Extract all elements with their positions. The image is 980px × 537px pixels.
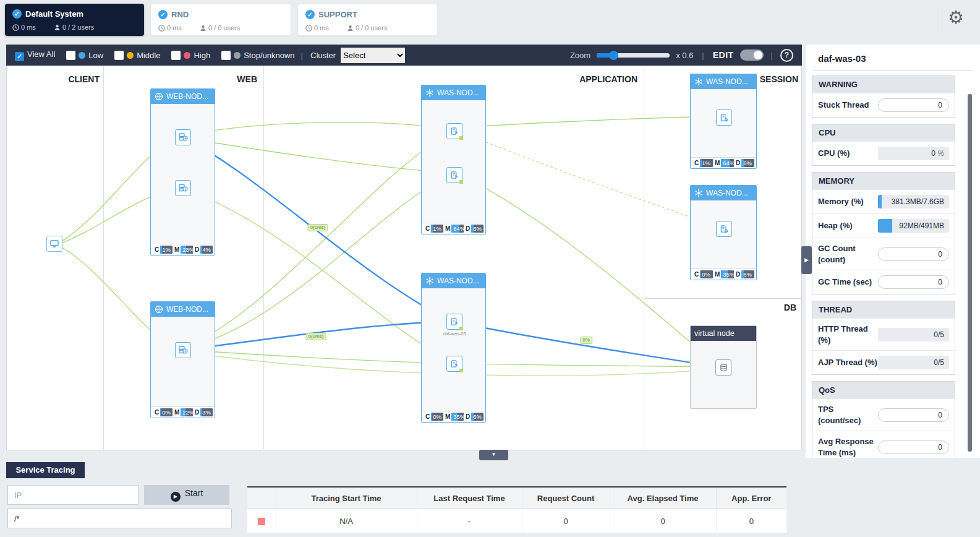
memory-stat-label: M: [174, 409, 179, 416]
view-all-checkbox[interactable]: ✓: [15, 52, 24, 61]
web-server-icon[interactable]: [175, 129, 191, 145]
help-icon[interactable]: ?: [780, 49, 793, 62]
zoom-slider-thumb[interactable]: [609, 51, 618, 60]
col-request-count: Request Count: [522, 487, 610, 509]
disk-stat-label: D: [736, 271, 740, 278]
panel-scrollbar[interactable]: [968, 94, 972, 452]
node-title: WAS-NOD...: [437, 88, 479, 97]
cell-start-time: N/A: [276, 509, 417, 533]
system-name: SUPPORT: [318, 10, 357, 19]
ip-input[interactable]: [7, 485, 138, 505]
stuck-thread-value: 0: [878, 98, 949, 112]
avg-response-label: Avg Response Time (ms): [818, 436, 878, 458]
was-instance-icon[interactable]: [446, 167, 462, 183]
system-card-default[interactable]: ✓Default System 0 ms 0 / 2 users: [5, 4, 144, 36]
start-button[interactable]: ▶Start: [144, 485, 229, 505]
middle-checkbox[interactable]: [114, 51, 124, 60]
edit-toggle[interactable]: [740, 49, 764, 61]
node-session-2[interactable]: WAS-NOD... C0% M35% D6%: [690, 185, 757, 280]
low-label: Low: [88, 51, 103, 60]
tps-label: TPS (count/sec): [818, 404, 878, 426]
disk-stat-label: D: [195, 409, 199, 416]
node-virtual-db[interactable]: virtual node: [690, 325, 757, 409]
disk-stat-label: D: [195, 246, 199, 253]
cpu-stat-chip: 0%: [160, 408, 173, 416]
clock-icon: [305, 25, 312, 32]
cluster-icon: [694, 189, 703, 197]
disk-stat-chip: 6%: [741, 270, 754, 278]
cpu-stat-label: C: [155, 246, 159, 253]
cpu-stat-chip: 0%: [700, 270, 713, 278]
web-server-icon[interactable]: [175, 342, 191, 358]
tracing-table-row[interactable]: N/A - 0 0 0: [247, 509, 786, 533]
client-node-icon[interactable]: [46, 236, 62, 252]
globe-icon: [155, 305, 163, 314]
cpu-stat-chip: 1%: [160, 246, 173, 254]
zoom-label: Zoom: [570, 51, 590, 60]
memory-stat-chip: 22%: [181, 408, 193, 416]
panel-collapse-tab[interactable]: ▶: [801, 246, 812, 274]
disk-stat-label: D: [466, 225, 470, 232]
cluster-select[interactable]: Select: [341, 48, 405, 63]
was-instance-icon-daf-was-03[interactable]: [446, 314, 462, 330]
panel-title: daf-was-03: [818, 53, 980, 64]
edit-label: EDIT: [713, 50, 734, 60]
low-status-dot: [79, 52, 85, 59]
edge-label: 0(0ms): [308, 224, 328, 231]
node-was-2[interactable]: WAS-NOD... daf-was-03 C0% M35% D6%: [421, 273, 486, 423]
system-name: RND: [171, 10, 189, 19]
cluster-icon: [425, 88, 434, 97]
was-instance-icon[interactable]: [446, 123, 462, 139]
cpu-value-bar: 0 %: [878, 147, 949, 160]
system-users: 0 / 0 users: [356, 24, 387, 32]
database-icon[interactable]: [715, 359, 731, 376]
cpu-stat-label: C: [425, 225, 430, 232]
low-checkbox[interactable]: [66, 51, 75, 60]
section-header: CPU: [812, 124, 955, 141]
stop-checkbox[interactable]: [221, 51, 231, 60]
settings-gear-icon[interactable]: ⚙: [948, 9, 964, 27]
memory-stat-chip: 35%: [451, 413, 464, 421]
memory-stat-chip: 35%: [721, 270, 734, 278]
zoom-factor: x 0.6: [676, 51, 693, 60]
check-circle-icon: ✓: [305, 10, 315, 19]
system-card-rnd[interactable]: ✓RND 0 ms 0 / 0 users: [150, 4, 291, 36]
tracing-table: Tracing Start Time Last Request Time Req…: [247, 486, 786, 533]
warning-section: WARNING Stuck Thread0: [812, 75, 955, 118]
edge-label: 0(0ms): [306, 333, 326, 340]
tab-service-tracing[interactable]: Service Tracing: [6, 462, 85, 478]
session-server-icon[interactable]: [716, 110, 732, 126]
cell-last-request: -: [417, 509, 522, 533]
ajp-thread-label: AJP Thread (%): [818, 357, 878, 368]
cell-avg-elapsed: 0: [610, 509, 716, 533]
web-server-icon[interactable]: [175, 180, 191, 196]
was-instance-icon[interactable]: [446, 356, 462, 372]
tracing-table-header-row: Tracing Start Time Last Request Time Req…: [247, 487, 786, 509]
cpu-stat-chip: 0%: [431, 413, 443, 421]
section-header: QoS: [812, 382, 955, 398]
memory-stat-label: M: [715, 160, 720, 166]
system-name: Default System: [25, 9, 83, 19]
node-title: WAS-NOD...: [706, 189, 748, 197]
node-session-1[interactable]: WAS-NOD... C1% M64% D6%: [690, 74, 757, 169]
node-web-2[interactable]: WEB-NOD... C0% M22% D3%: [150, 301, 215, 418]
system-latency: 0 ms: [314, 24, 329, 32]
divider: [942, 5, 942, 35]
col-tracing-start-time: Tracing Start Time: [276, 487, 417, 509]
memory-stat-label: M: [445, 225, 450, 232]
node-was-1[interactable]: WAS-NOD... C1% M64% D6%: [421, 85, 486, 234]
high-status-dot: [184, 52, 190, 59]
divider: [813, 70, 973, 71]
collapse-bottom-button[interactable]: ▼: [479, 450, 508, 460]
node-web-1[interactable]: WEB-NOD... C1% M28% D4%: [150, 88, 215, 256]
zoom-slider[interactable]: [597, 53, 670, 58]
topology-toolbar: ✓View All Low Middle High Stop/unknown |…: [6, 45, 802, 66]
disk-stat-chip: 3%: [200, 408, 213, 416]
topology-edges: [7, 66, 802, 450]
http-thread-value-bar: 0/5: [878, 328, 949, 342]
url-pattern-input[interactable]: [7, 509, 232, 528]
session-server-icon[interactable]: [716, 221, 732, 237]
system-card-support[interactable]: ✓SUPPORT 0 ms 0 / 0 users: [297, 4, 438, 36]
high-checkbox[interactable]: [171, 51, 181, 60]
cpu-stat-chip: 1%: [700, 159, 713, 167]
